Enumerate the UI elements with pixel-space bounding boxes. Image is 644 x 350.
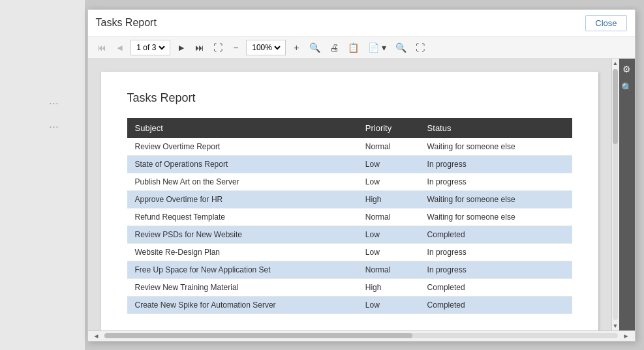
settings-icon[interactable]: ⚙ bbox=[619, 61, 635, 77]
horizontal-scrollbar: ◄ ► bbox=[88, 330, 635, 341]
table-row: Free Up Space for New Application SetNor… bbox=[127, 261, 572, 278]
cell-subject: State of Operations Report bbox=[127, 155, 358, 173]
cell-status: Waiting for someone else bbox=[420, 208, 572, 226]
cell-status: In progress bbox=[420, 261, 572, 278]
modal-title: Tasks Report bbox=[96, 17, 157, 29]
cell-priority: Low bbox=[358, 155, 420, 173]
table-header-row: Subject Priority Status bbox=[127, 118, 572, 138]
cell-subject: Approve Overtime for HR bbox=[127, 190, 358, 208]
cell-status: Completed bbox=[420, 226, 572, 243]
vertical-scrollbar: ▲ ▼ bbox=[611, 59, 619, 330]
table-row: Refund Request TemplateNormalWaiting for… bbox=[127, 208, 572, 226]
next-page-button[interactable]: ► bbox=[173, 40, 190, 55]
toolbar: ⏮ ◄ 1 of 3 2 of 3 3 of 3 ► ⏭ ⛶ − 50% 75%… bbox=[88, 37, 635, 59]
cell-subject: Review PSDs for New Website bbox=[127, 226, 358, 243]
cell-status: In progress bbox=[420, 155, 572, 173]
cell-subject: Publish New Art on the Server bbox=[127, 173, 358, 190]
cell-priority: Low bbox=[358, 173, 420, 190]
page-select[interactable]: 1 of 3 2 of 3 3 of 3 bbox=[134, 42, 167, 53]
fullscreen-button[interactable]: ⛶ bbox=[412, 40, 429, 55]
scroll-thumb-horizontal bbox=[104, 333, 412, 338]
table-row: Review Overtime ReportNormalWaiting for … bbox=[127, 138, 572, 156]
report-table: Subject Priority Status Review Overtime … bbox=[127, 118, 572, 314]
scroll-left-arrow[interactable]: ◄ bbox=[91, 332, 102, 340]
print-button[interactable]: 🖨 bbox=[326, 40, 343, 55]
cell-status: Waiting for someone else bbox=[420, 190, 572, 208]
main-area: Tasks Report Subject Priority Status bbox=[88, 59, 635, 341]
cell-priority: Normal bbox=[358, 138, 420, 156]
cell-status: Completed bbox=[420, 278, 572, 296]
cell-subject: Website Re-Design Plan bbox=[127, 243, 358, 261]
cell-priority: Normal bbox=[358, 208, 420, 226]
right-sidebar: ⚙ 🔍 bbox=[619, 59, 635, 330]
cell-priority: Normal bbox=[358, 261, 420, 278]
page-selector[interactable]: 1 of 3 2 of 3 3 of 3 bbox=[130, 40, 170, 55]
prev-page-button[interactable]: ◄ bbox=[112, 40, 129, 55]
zoom-in-button[interactable]: + bbox=[288, 40, 304, 55]
scroll-track-horizontal[interactable] bbox=[104, 333, 617, 338]
table-row: Publish New Art on the ServerLowIn progr… bbox=[127, 173, 572, 190]
cell-status: Completed bbox=[420, 296, 572, 314]
cell-subject: Create New Spike for Automation Server bbox=[127, 296, 358, 314]
zoom-out-button[interactable]: − bbox=[228, 40, 243, 55]
col-priority: Priority bbox=[358, 118, 420, 138]
content-area: Tasks Report Subject Priority Status bbox=[88, 59, 611, 330]
fit-page-button[interactable]: ⛶ bbox=[209, 40, 226, 55]
cell-priority: Low bbox=[358, 243, 420, 261]
cell-status: Waiting for someone else bbox=[420, 138, 572, 156]
table-row: Review New Training MaterialHighComplete… bbox=[127, 278, 572, 296]
table-row: State of Operations ReportLowIn progress bbox=[127, 155, 572, 173]
background-dots: ······ bbox=[49, 91, 59, 138]
last-page-button[interactable]: ⏭ bbox=[191, 40, 208, 55]
find-button[interactable]: 🔍 bbox=[391, 40, 410, 55]
paper: Tasks Report Subject Priority Status bbox=[101, 72, 598, 330]
zoom-selector[interactable]: 50% 75% 100% 125% 150% 200% bbox=[246, 40, 286, 55]
title-bar: Tasks Report Close bbox=[88, 10, 635, 37]
scroll-right-arrow[interactable]: ► bbox=[621, 332, 632, 340]
cell-status: In progress bbox=[420, 243, 572, 261]
report-title: Tasks Report bbox=[127, 91, 572, 105]
table-row: Website Re-Design PlanLowIn progress bbox=[127, 243, 572, 261]
zoom-select[interactable]: 50% 75% 100% 125% 150% 200% bbox=[249, 42, 283, 53]
cell-priority: High bbox=[358, 278, 420, 296]
paper-container: Tasks Report Subject Priority Status bbox=[88, 59, 611, 330]
cell-subject: Refund Request Template bbox=[127, 208, 358, 226]
cell-priority: Low bbox=[358, 226, 420, 243]
scroll-track-vertical[interactable] bbox=[613, 69, 618, 320]
col-subject: Subject bbox=[127, 118, 358, 138]
export-button[interactable]: 📋 bbox=[344, 40, 363, 55]
search-sidebar-icon[interactable]: 🔍 bbox=[619, 80, 635, 95]
table-row: Approve Overtime for HRHighWaiting for s… bbox=[127, 190, 572, 208]
table-row: Review PSDs for New WebsiteLowCompleted bbox=[127, 226, 572, 243]
first-page-button[interactable]: ⏮ bbox=[93, 40, 110, 55]
cell-subject: Free Up Space for New Application Set bbox=[127, 261, 358, 278]
scroll-thumb-vertical bbox=[613, 69, 618, 145]
background-panel bbox=[0, 0, 85, 350]
cell-priority: High bbox=[358, 190, 420, 208]
modal-window: Tasks Report Close ⏮ ◄ 1 of 3 2 of 3 3 o… bbox=[87, 9, 636, 342]
cell-subject: Review Overtime Report bbox=[127, 138, 358, 156]
more-button[interactable]: 📄 ▾ bbox=[364, 40, 390, 55]
cell-priority: Low bbox=[358, 296, 420, 314]
table-row: Create New Spike for Automation ServerLo… bbox=[127, 296, 572, 314]
col-status: Status bbox=[420, 118, 572, 138]
cell-subject: Review New Training Material bbox=[127, 278, 358, 296]
search-toolbar-button[interactable]: 🔍 bbox=[305, 40, 324, 55]
close-button[interactable]: Close bbox=[585, 15, 626, 31]
cell-status: In progress bbox=[420, 173, 572, 190]
